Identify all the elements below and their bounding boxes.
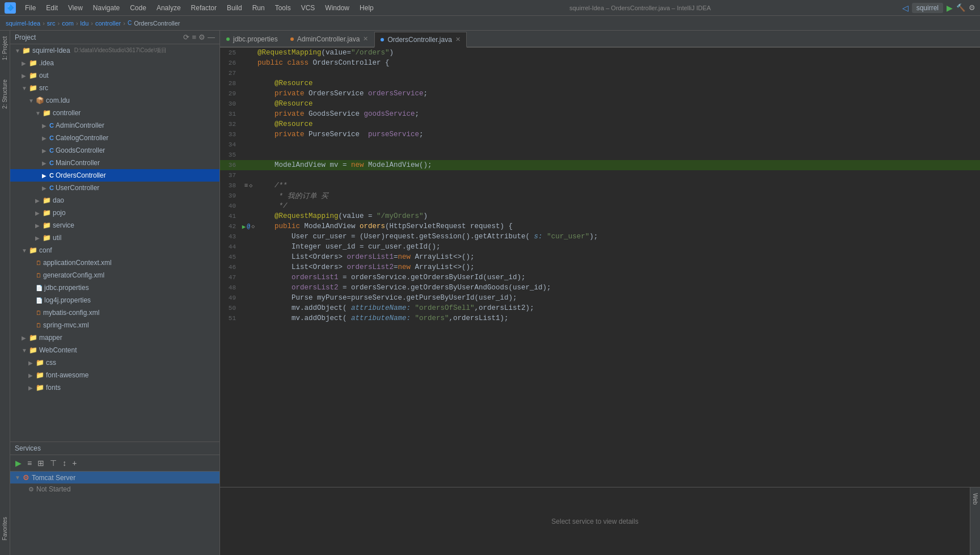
mapper-arrow: ▶ (22, 335, 27, 341)
tree-out[interactable]: ▶ 📁 out (10, 69, 219, 82)
menu-analyze[interactable]: Analyze (152, 3, 185, 13)
tree-fontawesome[interactable]: ▶ 📁 font-awesome (10, 369, 219, 381)
menu-tools[interactable]: Tools (271, 3, 295, 13)
conf-label: conf (39, 246, 52, 254)
tab-jdbc[interactable]: jdbc.properties (220, 31, 284, 47)
tree-dao[interactable]: ▶ 📁 dao (10, 194, 219, 207)
breadcrumb-src[interactable]: src (47, 20, 56, 27)
settings-icon[interactable]: ⚙ (198, 33, 205, 41)
src-arrow: ▼ (22, 85, 27, 91)
run-gutter-icon[interactable]: ▶ (242, 223, 246, 230)
tree-conf[interactable]: ▼ 📁 conf (10, 244, 219, 257)
side-tab-favorites[interactable]: Favorites (1, 514, 9, 544)
menu-navigate[interactable]: Navigate (88, 3, 124, 13)
tree-jdbc[interactable]: ▶ 📄 jdbc.properties (10, 281, 219, 294)
tree-genconfig[interactable]: ▶ 🗒 generatorConfig.xml (10, 269, 219, 281)
right-actions: ◁ squirrel ▶ 🔨 ⚙ (902, 3, 975, 13)
root-arrow: ▼ (15, 48, 20, 54)
side-tab-project[interactable]: 1: Project (1, 33, 9, 64)
breadcrumb-controller[interactable]: controller (95, 20, 121, 27)
close-icon[interactable]: — (208, 33, 215, 41)
run-button[interactable]: ▶ (947, 3, 953, 12)
mapper-folder-icon: 📁 (29, 334, 37, 342)
tree-catelog-ctrl[interactable]: ▶ C CatelogController (10, 132, 219, 144)
tree-pojo[interactable]: ▶ 📁 pojo (10, 207, 219, 219)
nav-back-icon[interactable]: ◁ (902, 3, 909, 12)
code-line-40: 40 */ (220, 201, 980, 211)
tree-mybatis[interactable]: ▶ 🗒 mybatis-config.xml (10, 306, 219, 319)
code-editor[interactable]: 25 @RequestMapping(value="/orders") 26 p… (220, 48, 980, 487)
menu-window[interactable]: Window (320, 3, 354, 13)
breadcrumb-ldu[interactable]: ldu (81, 20, 89, 27)
svc-filter-button[interactable]: ⊤ (48, 457, 58, 469)
util-folder-icon: 📁 (43, 234, 51, 242)
tree-src[interactable]: ▼ 📁 src (10, 82, 219, 94)
not-started-item[interactable]: ⚙ Not Started (10, 483, 219, 495)
main-layout: 1: Project 2: Structure Favorites Projec… (0, 31, 980, 555)
tree-log4j[interactable]: ▶ 📄 log4j.properties (10, 294, 219, 306)
log4j-icon: 📄 (36, 297, 43, 304)
build-button[interactable]: 🔨 (956, 3, 965, 12)
tab-orders[interactable]: OrdersController.java ✕ (374, 32, 466, 48)
tree-idea[interactable]: ▶ 📁 .idea (10, 57, 219, 69)
breadcrumb-root[interactable]: squirrel-Idea (6, 20, 40, 27)
sync-icon[interactable]: ⟳ (183, 33, 189, 41)
pojo-label: pojo (53, 209, 66, 217)
svc-add-button[interactable]: + (70, 457, 78, 469)
side-tab-web[interactable]: Web (971, 490, 979, 508)
orders-tab-close[interactable]: ✕ (455, 36, 461, 43)
side-tab-structure[interactable]: 2: Structure (1, 76, 9, 112)
conf-arrow: ▼ (22, 247, 27, 254)
admin-tab-close[interactable]: ✕ (363, 35, 368, 43)
side-tabs-right: Web (970, 487, 980, 555)
controller-arrow: ▼ (35, 110, 41, 116)
svc-expand-button[interactable]: ↕ (61, 457, 68, 469)
collapse-gutter-icon[interactable]: ≡ (244, 182, 248, 189)
tree-orders-ctrl[interactable]: ▶ C OrdersController (10, 169, 219, 182)
orders-label: OrdersController (56, 171, 106, 179)
tree-fonts[interactable]: ▶ 📁 fonts (10, 381, 219, 394)
controller-label: controller (53, 109, 81, 117)
tree-css[interactable]: ▶ 📁 css (10, 356, 219, 369)
menu-run[interactable]: Run (248, 3, 269, 13)
tree-root[interactable]: ▼ 📁 squirrel-Idea D:\data\VideoStudio\36… (10, 44, 219, 57)
left-panel: Project ⟳ ≡ ⚙ — ▼ 📁 squirrel-Idea D:\dat… (10, 31, 220, 555)
tree-main-ctrl[interactable]: ▶ C MainController (10, 157, 219, 169)
tree-comldu[interactable]: ▼ 📦 com.ldu (10, 94, 219, 107)
idea-label: .idea (39, 59, 54, 67)
tree-webcontent[interactable]: ▼ 📁 WebContent (10, 344, 219, 356)
menu-file[interactable]: File (20, 3, 40, 13)
tree-spring-mvc[interactable]: ▶ 🗒 spring-mvc.xml (10, 319, 219, 331)
svc-group-button[interactable]: ⊞ (36, 457, 46, 469)
tab-admin[interactable]: AdminController.java ✕ (284, 31, 375, 47)
tomcat-server-item[interactable]: ▼ ⚙ Tomcat Server (10, 472, 219, 483)
tree-controller[interactable]: ▼ 📁 controller (10, 107, 219, 119)
menubar: 🔷 File Edit View Navigate Code Analyze R… (0, 0, 980, 16)
jdbc-tab-label: jdbc.properties (233, 35, 278, 43)
menu-build[interactable]: Build (222, 3, 247, 13)
menu-refactor[interactable]: Refactor (187, 3, 221, 13)
menu-help[interactable]: Help (355, 3, 378, 13)
tree-user-ctrl[interactable]: ▶ C UserController (10, 182, 219, 194)
code-line-32: 32 @Resource (220, 119, 980, 129)
menu-vcs[interactable]: VCS (297, 3, 320, 13)
service-folder-icon: 📁 (43, 221, 51, 229)
code-line-26: 26 public class OrdersController { (220, 58, 980, 68)
menu-edit[interactable]: Edit (41, 3, 62, 13)
tree-service[interactable]: ▶ 📁 service (10, 219, 219, 232)
orders-tab-label: OrdersController.java (387, 36, 451, 44)
svc-collapse-button[interactable]: ≡ (26, 457, 33, 469)
tree-util[interactable]: ▶ 📁 util (10, 232, 219, 244)
file-tree: ▼ 📁 squirrel-Idea D:\data\VideoStudio\36… (10, 44, 219, 442)
tree-mapper[interactable]: ▶ 📁 mapper (10, 331, 219, 344)
tree-goods-ctrl[interactable]: ▶ C GoodsController (10, 144, 219, 157)
menu-view[interactable]: View (64, 3, 87, 13)
side-tabs-left: 1: Project 2: Structure Favorites (0, 31, 10, 555)
collapse-icon[interactable]: ≡ (192, 33, 196, 41)
tree-appcontext[interactable]: ▶ 🗒 applicationContext.xml (10, 257, 219, 269)
tree-admin-ctrl[interactable]: ▶ C AdminController (10, 119, 219, 132)
breadcrumb-com[interactable]: com (62, 20, 74, 27)
settings-button[interactable]: ⚙ (969, 3, 975, 12)
svc-run-button[interactable]: ▶ (14, 457, 23, 469)
menu-code[interactable]: Code (125, 3, 151, 13)
